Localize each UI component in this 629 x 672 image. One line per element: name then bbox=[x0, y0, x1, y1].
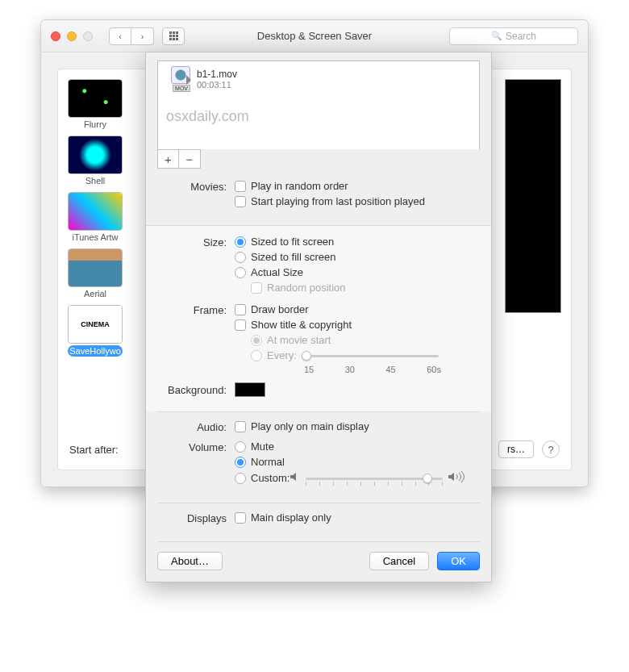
minimize-icon[interactable] bbox=[67, 31, 77, 41]
about-button[interactable]: About… bbox=[157, 552, 223, 570]
displays-label: Displays bbox=[157, 511, 235, 524]
dialog-buttons: About… Cancel OK bbox=[157, 541, 480, 570]
screensaver-options-button[interactable]: rs… bbox=[498, 440, 534, 458]
nav-segment: ‹ › bbox=[109, 27, 154, 45]
size-label: Size: bbox=[157, 236, 235, 248]
volume-slider[interactable] bbox=[306, 473, 443, 484]
volume-mute-radio[interactable]: Mute bbox=[235, 440, 480, 453]
show-all-button[interactable] bbox=[162, 27, 185, 45]
file-name: b1-1.mov bbox=[197, 69, 237, 80]
forward-button[interactable]: › bbox=[131, 27, 154, 45]
preview-area bbox=[505, 79, 561, 313]
back-button[interactable]: ‹ bbox=[109, 27, 131, 45]
thumb-label: Flurry bbox=[68, 119, 123, 129]
add-remove-segment: + − bbox=[157, 149, 201, 169]
thumb-label: iTunes Artw bbox=[68, 232, 123, 242]
thumb-shell[interactable] bbox=[68, 136, 123, 174]
size-fill-radio[interactable]: Sized to fill screen bbox=[235, 251, 480, 263]
audio-label: Audio: bbox=[157, 420, 235, 433]
remove-button[interactable]: − bbox=[179, 150, 200, 168]
at-start-radio: At movie start bbox=[251, 334, 480, 346]
draw-border-checkbox[interactable]: Draw border bbox=[235, 303, 480, 315]
resume-checkbox[interactable]: Start playing from last position played bbox=[235, 195, 480, 207]
volume-label: Volume: bbox=[157, 440, 235, 453]
thumb-label: SaveHollywo bbox=[68, 345, 123, 357]
close-icon[interactable] bbox=[51, 31, 60, 41]
file-row[interactable]: MOV b1-1.mov 00:03:11 bbox=[158, 61, 479, 97]
help-button[interactable]: ? bbox=[542, 440, 560, 458]
movies-label: Movies: bbox=[157, 180, 235, 193]
thumb-savehollywood[interactable]: CINEMA bbox=[68, 305, 123, 344]
quicktime-icon: MOV bbox=[165, 66, 190, 92]
window-title: Desktop & Screen Saver bbox=[257, 30, 372, 42]
traffic-lights bbox=[51, 31, 93, 41]
start-after-label: Start after: bbox=[69, 444, 119, 456]
speaker-max-icon bbox=[448, 471, 465, 485]
cancel-button[interactable]: Cancel bbox=[369, 552, 429, 570]
size-fit-radio[interactable]: Sized to fit screen bbox=[235, 236, 480, 248]
main-display-checkbox[interactable]: Main display only bbox=[235, 511, 480, 524]
thumb-aerial[interactable] bbox=[68, 248, 123, 287]
audio-main-checkbox[interactable]: Play only on main display bbox=[235, 420, 480, 432]
show-title-checkbox[interactable]: Show title & copyright bbox=[235, 319, 480, 331]
thumb-itunes[interactable] bbox=[68, 192, 123, 231]
screensaver-thumbnails: Flurry Shell iTunes Artw Aerial CINEMA S… bbox=[68, 79, 131, 363]
watermark-text: osxdaily.com bbox=[158, 97, 479, 131]
search-input[interactable]: Search bbox=[449, 27, 578, 45]
add-button[interactable]: + bbox=[158, 150, 179, 168]
grid-icon bbox=[169, 31, 178, 40]
movie-file-list[interactable]: MOV b1-1.mov 00:03:11 osxdaily.com bbox=[157, 61, 480, 149]
file-duration: 00:03:11 bbox=[197, 80, 237, 90]
size-actual-radio[interactable]: Actual Size bbox=[235, 266, 480, 278]
every-radio: Every: bbox=[251, 349, 480, 361]
titlebar: ‹ › Desktop & Screen Saver Search bbox=[41, 20, 588, 52]
interval-slider bbox=[302, 350, 439, 361]
background-label: Background: bbox=[157, 383, 235, 396]
volume-normal-radio[interactable]: Normal bbox=[235, 456, 480, 468]
zoom-icon bbox=[83, 31, 93, 41]
thumb-flurry[interactable] bbox=[68, 79, 123, 118]
random-order-checkbox[interactable]: Play in random order bbox=[235, 180, 480, 192]
frame-label: Frame: bbox=[157, 303, 235, 316]
background-color-well[interactable] bbox=[235, 382, 265, 397]
speaker-min-icon bbox=[290, 472, 301, 484]
thumb-label: Shell bbox=[68, 176, 123, 186]
random-position-checkbox: Random position bbox=[251, 282, 480, 294]
slider-labels: 15 30 45 60s bbox=[304, 365, 441, 374]
thumb-label: Aerial bbox=[68, 289, 123, 298]
volume-custom-radio[interactable]: Custom: bbox=[235, 471, 480, 485]
options-sheet: MOV b1-1.mov 00:03:11 osxdaily.com + − M… bbox=[145, 52, 492, 582]
ok-button[interactable]: OK bbox=[437, 552, 480, 570]
